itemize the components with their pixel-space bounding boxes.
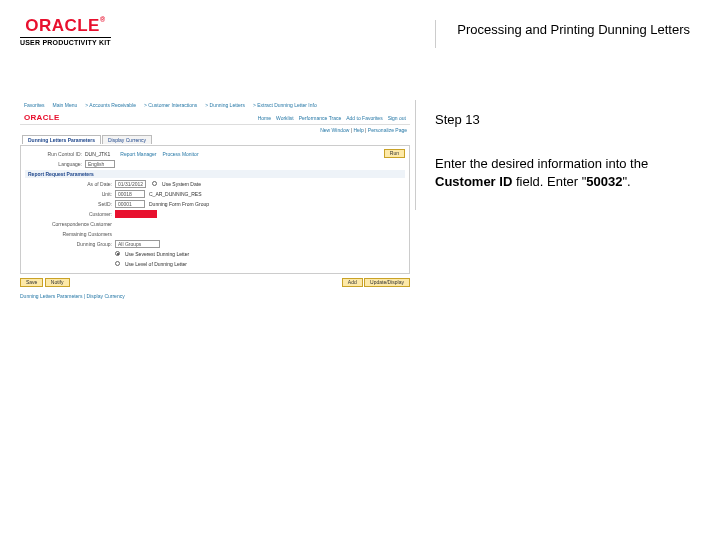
save-button[interactable]: Save	[20, 278, 43, 287]
link-add-fav[interactable]: Add to Favorites	[346, 115, 382, 121]
unit-label: Unit:	[25, 191, 115, 197]
use-system-date-label: Use System Date	[162, 181, 201, 187]
nav-extract: Extract Dunning Letter Info	[257, 102, 316, 108]
link-signout[interactable]: Sign out	[388, 115, 406, 121]
corr-customer-label: Correspondence Customer	[25, 221, 115, 227]
link-worklist[interactable]: Worklist	[276, 115, 294, 121]
remaining-cust-label: Remaining Customers	[25, 231, 115, 237]
update-display-button[interactable]: Update/Display	[364, 278, 410, 287]
setid-hint: Dunning Form From Group	[149, 201, 209, 207]
link-new-window[interactable]: New Window	[320, 127, 349, 133]
step-instruction: Enter the desired information into the C…	[435, 155, 685, 190]
app-oracle-logo: ORACLE	[24, 113, 60, 122]
language-label: Language:	[25, 161, 85, 167]
header-divider	[435, 20, 436, 48]
use-system-date-checkbox[interactable]	[152, 181, 157, 186]
run-button[interactable]: Run	[384, 149, 405, 158]
as-of-date-input[interactable]: 01/31/2012	[115, 180, 146, 188]
run-control-label: Run Control ID:	[25, 151, 85, 157]
oracle-upk-logo: ORACLE® USER PRODUCTIVITY KIT	[20, 16, 111, 46]
link-help[interactable]: Help	[353, 127, 363, 133]
notify-button[interactable]: Notify	[45, 278, 70, 287]
add-button[interactable]: Add	[342, 278, 363, 287]
setid-input[interactable]: 00001	[115, 200, 145, 208]
nav-main-menu[interactable]: Main Menu	[53, 102, 78, 108]
radio-level-label: Use Level of Dunning Letter	[125, 261, 187, 267]
unit-input[interactable]: 00018	[115, 190, 145, 198]
link-home[interactable]: Home	[258, 115, 271, 121]
radio-level[interactable]	[115, 261, 120, 266]
bottom-tab-links[interactable]: Dunning Letters Parameters | Display Cur…	[20, 293, 410, 299]
tab-dunning-params[interactable]: Dunning Letters Parameters	[22, 135, 101, 144]
as-of-date-label: As of Date:	[25, 181, 115, 187]
column-divider	[415, 100, 416, 210]
run-control-value: DUN_JTK1	[85, 151, 110, 157]
nav-ar[interactable]: Accounts Receivable	[89, 102, 136, 108]
upk-subtitle: USER PRODUCTIVITY KIT	[20, 39, 111, 46]
customer-id-input[interactable]	[115, 210, 157, 218]
link-personalize[interactable]: Personalize Page	[368, 127, 407, 133]
dunning-group-select[interactable]: All Groups	[115, 240, 160, 248]
field-name-bold: Customer ID	[435, 174, 512, 189]
embedded-app-screenshot: Favorites Main Menu > Accounts Receivabl…	[20, 100, 410, 330]
value-bold: 50032	[586, 174, 622, 189]
nav-cust-int[interactable]: Customer Interactions	[148, 102, 197, 108]
nav-dunning[interactable]: Dunning Letters	[210, 102, 245, 108]
setid-label: SetID:	[25, 201, 115, 207]
oracle-wordmark: ORACLE®	[25, 16, 105, 36]
radio-severest[interactable]	[115, 251, 120, 256]
language-select[interactable]: English	[85, 160, 115, 168]
unit-lookup: C_AR_DUNNING_RES	[149, 191, 202, 197]
params-panel: Run Control ID: DUN_JTK1 Report Manager …	[20, 145, 410, 274]
dunning-group-label: Dunning Group:	[25, 241, 115, 247]
radio-severest-label: Use Severest Dunning Letter	[125, 251, 189, 257]
report-manager-link[interactable]: Report Manager	[120, 151, 156, 157]
report-params-header: Report Request Parameters	[25, 170, 405, 178]
lesson-title: Processing and Printing Dunning Letters	[457, 22, 690, 37]
process-monitor-link[interactable]: Process Monitor	[162, 151, 198, 157]
nav-favorites[interactable]: Favorites	[24, 102, 45, 108]
link-perf-trace[interactable]: Performance Trace	[299, 115, 342, 121]
customer-label: Customer:	[25, 211, 115, 217]
breadcrumb-navbar: Favorites Main Menu > Accounts Receivabl…	[20, 100, 410, 111]
step-number: Step 13	[435, 112, 700, 127]
tab-display-currency[interactable]: Display Currency	[102, 135, 152, 144]
